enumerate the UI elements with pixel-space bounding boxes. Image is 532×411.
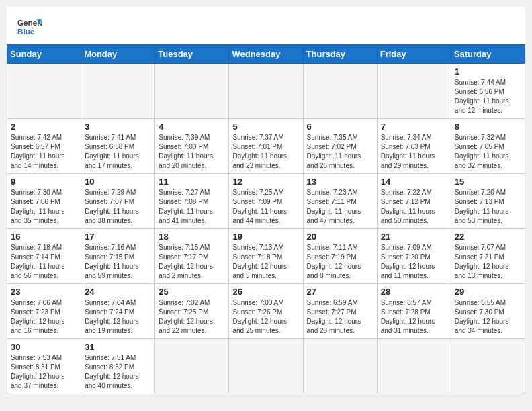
- calendar-header: SundayMondayTuesdayWednesdayThursdayFrid…: [7, 45, 525, 64]
- day-number: 5: [232, 122, 299, 132]
- day-info: Sunrise: 6:57 AM Sunset: 7:28 PM Dayligh…: [381, 298, 447, 336]
- day-number: 31: [85, 342, 151, 352]
- calendar-page: General Blue SundayMondayTuesdayWednesda…: [7, 7, 525, 394]
- day-number: 16: [11, 232, 77, 242]
- day-number: 28: [381, 287, 447, 297]
- day-header-saturday: Saturday: [451, 45, 525, 64]
- day-info: Sunrise: 6:55 AM Sunset: 7:30 PM Dayligh…: [455, 298, 521, 336]
- day-info: Sunrise: 7:25 AM Sunset: 7:09 PM Dayligh…: [232, 188, 299, 226]
- day-info: Sunrise: 7:11 AM Sunset: 7:19 PM Dayligh…: [307, 243, 373, 281]
- day-number: 7: [381, 122, 447, 132]
- day-number: 23: [11, 287, 77, 297]
- day-info: Sunrise: 7:13 AM Sunset: 7:18 PM Dayligh…: [232, 243, 299, 281]
- calendar-cell: [155, 64, 229, 119]
- calendar-cell: 13Sunrise: 7:23 AM Sunset: 7:11 PM Dayli…: [303, 174, 377, 229]
- day-header-tuesday: Tuesday: [155, 45, 229, 64]
- calendar-cell: 23Sunrise: 7:06 AM Sunset: 7:23 PM Dayli…: [7, 284, 81, 339]
- day-number: 20: [307, 232, 373, 242]
- calendar-body: 1Sunrise: 7:44 AM Sunset: 6:56 PM Daylig…: [7, 64, 525, 394]
- day-number: 18: [159, 232, 225, 242]
- day-number: 3: [85, 122, 151, 132]
- day-info: Sunrise: 7:27 AM Sunset: 7:08 PM Dayligh…: [159, 188, 225, 226]
- calendar-cell: [451, 339, 525, 394]
- calendar-cell: 14Sunrise: 7:22 AM Sunset: 7:12 PM Dayli…: [377, 174, 451, 229]
- day-number: 30: [11, 342, 77, 352]
- day-header-monday: Monday: [81, 45, 155, 64]
- day-number: 4: [159, 122, 225, 132]
- day-number: 29: [455, 287, 521, 297]
- calendar-cell: 28Sunrise: 6:57 AM Sunset: 7:28 PM Dayli…: [377, 284, 451, 339]
- calendar-cell: 17Sunrise: 7:16 AM Sunset: 7:15 PM Dayli…: [81, 229, 155, 284]
- calendar-cell: 2Sunrise: 7:42 AM Sunset: 6:57 PM Daylig…: [7, 119, 81, 174]
- calendar-cell: 9Sunrise: 7:30 AM Sunset: 7:06 PM Daylig…: [7, 174, 81, 229]
- calendar-cell: 18Sunrise: 7:15 AM Sunset: 7:17 PM Dayli…: [155, 229, 229, 284]
- day-number: 1: [455, 66, 521, 77]
- svg-text:General: General: [17, 18, 42, 27]
- day-number: 10: [85, 177, 151, 187]
- calendar-cell: [303, 339, 377, 394]
- day-info: Sunrise: 7:02 AM Sunset: 7:25 PM Dayligh…: [159, 298, 225, 336]
- day-info: Sunrise: 7:51 AM Sunset: 8:32 PM Dayligh…: [85, 353, 151, 391]
- calendar-cell: 20Sunrise: 7:11 AM Sunset: 7:19 PM Dayli…: [303, 229, 377, 284]
- day-info: Sunrise: 7:37 AM Sunset: 7:01 PM Dayligh…: [232, 133, 299, 171]
- day-header-sunday: Sunday: [7, 45, 81, 64]
- day-info: Sunrise: 7:15 AM Sunset: 7:17 PM Dayligh…: [159, 243, 225, 281]
- calendar-cell: 31Sunrise: 7:51 AM Sunset: 8:32 PM Dayli…: [81, 339, 155, 394]
- day-header-thursday: Thursday: [303, 45, 377, 64]
- day-info: Sunrise: 6:59 AM Sunset: 7:27 PM Dayligh…: [307, 298, 373, 336]
- day-info: Sunrise: 7:32 AM Sunset: 7:05 PM Dayligh…: [455, 133, 521, 171]
- calendar-cell: 1Sunrise: 7:44 AM Sunset: 6:56 PM Daylig…: [451, 64, 525, 119]
- page-header: General Blue: [7, 7, 525, 44]
- day-number: 22: [455, 232, 521, 242]
- calendar-cell: 22Sunrise: 7:07 AM Sunset: 7:21 PM Dayli…: [451, 229, 525, 284]
- calendar-cell: 29Sunrise: 6:55 AM Sunset: 7:30 PM Dayli…: [451, 284, 525, 339]
- calendar-cell: [81, 64, 155, 119]
- day-info: Sunrise: 7:06 AM Sunset: 7:23 PM Dayligh…: [11, 298, 77, 336]
- calendar-cell: 26Sunrise: 7:00 AM Sunset: 7:26 PM Dayli…: [229, 284, 303, 339]
- logo-icon: General Blue: [17, 15, 42, 39]
- day-info: Sunrise: 7:29 AM Sunset: 7:07 PM Dayligh…: [85, 188, 151, 226]
- day-info: Sunrise: 7:53 AM Sunset: 8:31 PM Dayligh…: [11, 353, 77, 391]
- calendar-cell: 27Sunrise: 6:59 AM Sunset: 7:27 PM Dayli…: [303, 284, 377, 339]
- day-header-wednesday: Wednesday: [229, 45, 303, 64]
- day-header-friday: Friday: [377, 45, 451, 64]
- day-number: 6: [307, 122, 373, 132]
- calendar-cell: [229, 64, 303, 119]
- day-info: Sunrise: 7:42 AM Sunset: 6:57 PM Dayligh…: [11, 133, 77, 171]
- day-info: Sunrise: 7:41 AM Sunset: 6:58 PM Dayligh…: [85, 133, 151, 171]
- day-info: Sunrise: 7:39 AM Sunset: 7:00 PM Dayligh…: [159, 133, 225, 171]
- day-info: Sunrise: 7:07 AM Sunset: 7:21 PM Dayligh…: [455, 243, 521, 281]
- day-info: Sunrise: 7:22 AM Sunset: 7:12 PM Dayligh…: [381, 188, 447, 226]
- day-number: 11: [159, 177, 225, 187]
- day-number: 21: [381, 232, 447, 242]
- day-info: Sunrise: 7:09 AM Sunset: 7:20 PM Dayligh…: [381, 243, 447, 281]
- day-number: 26: [232, 287, 299, 297]
- day-number: 13: [307, 177, 373, 187]
- day-number: 24: [85, 287, 151, 297]
- day-info: Sunrise: 7:04 AM Sunset: 7:24 PM Dayligh…: [85, 298, 151, 336]
- day-info: Sunrise: 7:20 AM Sunset: 7:13 PM Dayligh…: [455, 188, 521, 226]
- calendar-cell: 19Sunrise: 7:13 AM Sunset: 7:18 PM Dayli…: [229, 229, 303, 284]
- calendar-cell: 7Sunrise: 7:34 AM Sunset: 7:03 PM Daylig…: [377, 119, 451, 174]
- calendar-cell: 6Sunrise: 7:35 AM Sunset: 7:02 PM Daylig…: [303, 119, 377, 174]
- calendar-cell: 12Sunrise: 7:25 AM Sunset: 7:09 PM Dayli…: [229, 174, 303, 229]
- day-number: 27: [307, 287, 373, 297]
- calendar-cell: [377, 64, 451, 119]
- day-info: Sunrise: 7:44 AM Sunset: 6:56 PM Dayligh…: [455, 78, 521, 116]
- day-number: 19: [232, 232, 299, 242]
- calendar-cell: 10Sunrise: 7:29 AM Sunset: 7:07 PM Dayli…: [81, 174, 155, 229]
- calendar-cell: [303, 64, 377, 119]
- day-number: 9: [11, 177, 77, 187]
- calendar-cell: [229, 339, 303, 394]
- day-info: Sunrise: 7:30 AM Sunset: 7:06 PM Dayligh…: [11, 188, 77, 226]
- day-info: Sunrise: 7:35 AM Sunset: 7:02 PM Dayligh…: [307, 133, 373, 171]
- calendar-cell: 30Sunrise: 7:53 AM Sunset: 8:31 PM Dayli…: [7, 339, 81, 394]
- calendar-cell: 21Sunrise: 7:09 AM Sunset: 7:20 PM Dayli…: [377, 229, 451, 284]
- day-number: 8: [455, 122, 521, 132]
- calendar-cell: 24Sunrise: 7:04 AM Sunset: 7:24 PM Dayli…: [81, 284, 155, 339]
- calendar-table: SundayMondayTuesdayWednesdayThursdayFrid…: [7, 44, 525, 394]
- calendar-cell: [155, 339, 229, 394]
- day-info: Sunrise: 7:16 AM Sunset: 7:15 PM Dayligh…: [85, 243, 151, 281]
- calendar-cell: 15Sunrise: 7:20 AM Sunset: 7:13 PM Dayli…: [451, 174, 525, 229]
- day-info: Sunrise: 7:23 AM Sunset: 7:11 PM Dayligh…: [307, 188, 373, 226]
